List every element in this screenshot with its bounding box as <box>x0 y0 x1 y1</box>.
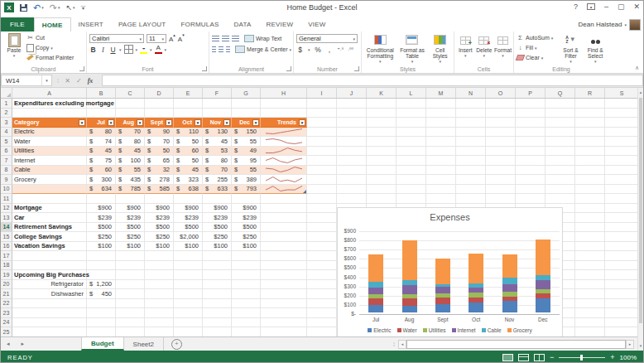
h-scrollbar[interactable]: ◂ ▸ <box>398 340 634 349</box>
cell-I13[interactable] <box>307 213 337 223</box>
cell-P3[interactable] <box>516 118 545 128</box>
cell-I16[interactable] <box>307 242 337 252</box>
zoom-slider-thumb[interactable] <box>580 355 583 361</box>
number-dialog-launcher-icon[interactable] <box>354 66 359 71</box>
row-header-25[interactable]: 25 <box>1 327 12 336</box>
column-header-L[interactable]: L <box>396 88 426 98</box>
cell-L3[interactable] <box>396 118 426 128</box>
align-left-icon[interactable] <box>212 46 216 52</box>
cell-J2[interactable] <box>337 109 367 119</box>
cell-C5[interactable]: $80 <box>116 137 145 147</box>
cell-H9[interactable] <box>261 175 307 185</box>
ribbon-tab-review[interactable]: REVIEW <box>258 17 300 31</box>
cell-E6[interactable]: $60 <box>174 147 203 157</box>
cell-G1[interactable] <box>232 99 261 109</box>
cell-Q11[interactable] <box>545 194 575 204</box>
cell-D17[interactable] <box>145 251 174 261</box>
cut-button[interactable]: ✂Cut <box>26 33 74 42</box>
cell-B18[interactable] <box>87 261 116 271</box>
cell-C20[interactable] <box>116 280 145 290</box>
cell-E15[interactable]: $2,000 <box>174 232 203 242</box>
cell-G9[interactable]: $389 <box>232 175 261 185</box>
v-scroll-thumb[interactable] <box>639 98 642 323</box>
cell-P7[interactable] <box>516 156 545 166</box>
ribbon-tab-formulas[interactable]: FORMULAS <box>173 17 226 31</box>
cell-R19[interactable] <box>575 270 605 280</box>
row-header-14[interactable]: 14 <box>1 223 12 233</box>
cell-D18[interactable] <box>145 261 174 271</box>
cell-G18[interactable] <box>232 261 261 271</box>
cell-P10[interactable] <box>516 185 545 195</box>
cell-I12[interactable] <box>307 204 337 214</box>
cell-C11[interactable] <box>116 194 145 204</box>
column-header-P[interactable]: P <box>516 88 545 98</box>
cell-L6[interactable] <box>396 147 426 157</box>
cell-I23[interactable] <box>307 308 337 318</box>
cell-A24[interactable] <box>12 318 87 328</box>
cell-K5[interactable] <box>367 137 396 147</box>
cell-O7[interactable] <box>486 156 516 166</box>
cell-D19[interactable] <box>145 270 174 280</box>
cell-S25[interactable] <box>605 327 637 336</box>
cell-K7[interactable] <box>367 156 396 166</box>
cell-I18[interactable] <box>307 261 337 271</box>
row-header-9[interactable]: 9 <box>1 175 12 185</box>
cell-F22[interactable] <box>203 299 232 309</box>
cell-B22[interactable] <box>87 299 116 309</box>
decrease-decimal-button[interactable]: ·⁰⁰ <box>348 46 353 52</box>
sort-filter-button[interactable]: AZ▼ Sort & Filter▾ <box>560 33 583 65</box>
cell-G11[interactable] <box>232 194 261 204</box>
column-header-M[interactable]: M <box>426 88 456 98</box>
cell-S5[interactable] <box>605 137 637 147</box>
cell-E20[interactable] <box>174 280 203 290</box>
align-center-icon[interactable] <box>219 46 223 52</box>
cell-H2[interactable] <box>261 109 307 119</box>
cell-J1[interactable] <box>337 99 367 109</box>
cell-P4[interactable] <box>516 128 545 138</box>
cell-H16[interactable] <box>261 242 307 252</box>
cell-F16[interactable]: $100 <box>203 242 232 252</box>
cell-H15[interactable] <box>261 232 307 242</box>
cell-C8[interactable]: $55 <box>116 166 145 176</box>
cell-S17[interactable] <box>605 251 637 261</box>
cell-E19[interactable] <box>174 270 203 280</box>
cell-Q8[interactable] <box>545 166 575 176</box>
cell-B17[interactable] <box>87 251 116 261</box>
column-header-A[interactable]: A <box>12 88 87 98</box>
cell-F3[interactable]: Nov▾ <box>203 118 232 128</box>
cell-I21[interactable] <box>307 289 337 299</box>
cell-J8[interactable] <box>337 166 367 176</box>
cell-F25[interactable] <box>203 327 232 336</box>
row-header-18[interactable]: 18 <box>1 261 12 271</box>
cell-M11[interactable] <box>426 194 456 204</box>
cell-H19[interactable] <box>261 270 307 280</box>
cell-S21[interactable] <box>605 289 637 299</box>
row-header-22[interactable]: 22 <box>1 299 12 309</box>
cell-F8[interactable]: $70 <box>203 166 232 176</box>
row-header-20[interactable]: 20 <box>1 280 12 290</box>
cell-B15[interactable]: $250 <box>87 232 116 242</box>
cell-N5[interactable] <box>456 137 486 147</box>
row-header-15[interactable]: 15 <box>1 232 12 242</box>
cell-H7[interactable] <box>261 156 307 166</box>
cell-F10[interactable]: $633 <box>203 185 232 195</box>
zoom-out-button[interactable]: − <box>550 354 554 361</box>
table-resize-handle[interactable] <box>303 190 306 193</box>
zoom-level[interactable]: 100% <box>620 354 637 361</box>
cell-G24[interactable] <box>232 318 261 328</box>
ribbon-tab-page-layout[interactable]: PAGE LAYOUT <box>111 17 173 31</box>
clipboard-dialog-launcher-icon[interactable] <box>79 66 84 71</box>
cell-D14[interactable]: $500 <box>145 223 174 233</box>
cell-I20[interactable] <box>307 280 337 290</box>
cell-R2[interactable] <box>575 109 605 119</box>
row-header-17[interactable]: 17 <box>1 251 12 261</box>
column-header-C[interactable]: C <box>116 88 145 98</box>
name-box[interactable]: W14 ▾ <box>1 75 52 86</box>
cell-S8[interactable] <box>605 166 637 176</box>
cell-M9[interactable] <box>426 175 456 185</box>
cell-S7[interactable] <box>605 156 637 166</box>
cell-F11[interactable] <box>203 194 232 204</box>
cell-S16[interactable] <box>605 242 637 252</box>
row-header-5[interactable]: 5 <box>1 137 12 147</box>
view-normal-button[interactable] <box>502 354 513 361</box>
